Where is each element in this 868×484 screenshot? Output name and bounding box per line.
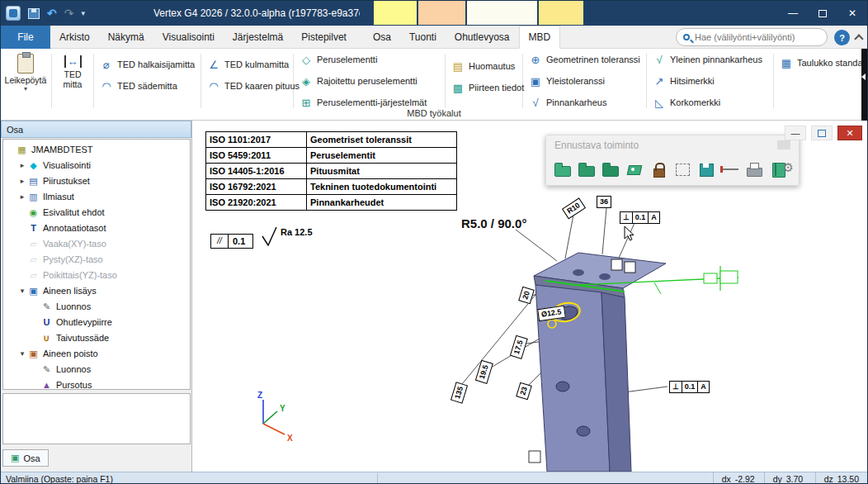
tree-item[interactable]: Luonnos [3,361,190,377]
part-browser-panel: Osa JMAMBDTEST ▸ Visualisointi [1,121,192,472]
bend-radius-icon [40,332,53,344]
ribbon-tab[interactable]: Järjestelmä [224,26,292,49]
ribbon-tab[interactable]: Arkisto [50,26,99,49]
qat-customize-caret-icon[interactable]: ▾ [81,9,85,17]
sketch-icon [40,301,53,312]
tree-item[interactable]: JMAMBDTEST [3,141,190,157]
title-bar: ↶ ↷ ▾ Vertex G4 2026 / 32.0.0-alpha (r19… [1,1,867,26]
ribbon-button[interactable]: √Yleinen pinnankarheus [649,50,766,69]
ribbon-button[interactable]: ⊕Geometrinen toleranssi [526,50,644,69]
tree-item[interactable]: Poikittais(YZ)-taso [3,267,190,282]
maximize-button[interactable] [808,1,837,26]
minimize-button[interactable]: — [778,1,808,26]
elevation-mark-icon: ◺ [653,97,666,109]
ribbon-overflow-arrow[interactable] [861,49,867,121]
plane-icon [27,238,40,249]
tree-item[interactable]: Pursotus [3,377,190,390]
tree-item[interactable]: Esivalitut ehdot [3,204,190,220]
geometric-tolerance-icon: ⊕ [529,54,542,66]
ribbon-tab[interactable]: Ohutlevyosa [446,26,519,49]
save-icon[interactable] [696,159,716,179]
tree-expand-arrow-icon[interactable]: ▸ [17,177,27,185]
tree-expand-arrow-icon[interactable]: ▾ [17,287,27,295]
lock-icon[interactable] [649,159,668,179]
settings-gear-icon[interactable]: ⚙ [783,161,794,174]
coordinate-cell: dy 3.70 [764,472,815,484]
appearances-icon [27,191,40,202]
child-minimize-button[interactable]: — [785,126,806,140]
print-icon[interactable] [744,159,764,179]
coordinate-triad: Z Y X [257,391,293,443]
tree-item[interactable]: ▾ Aineen lisäys [3,282,190,298]
dimension-36[interactable]: 36 [597,196,611,208]
tree-item[interactable]: Vaaka(XY)-taso [3,235,190,251]
ribbon-tab[interactable]: Näkymä [99,26,153,49]
fcf-perpendicularity-right[interactable]: ⊥ 0.1 A [669,381,710,393]
tree-item[interactable]: Pysty(XZ)-taso [3,251,190,267]
tree-item[interactable]: ▸ Ilmiasut [3,188,190,204]
ribbon-button[interactable]: ▤Huomautus [448,57,527,75]
fcf-perpendicularity-top[interactable]: ⊥ 0.1 A [620,211,660,224]
iso-standards-table: ISO 1101:2017 Geometriset toleranssit IS… [205,131,457,211]
tree-item[interactable]: Annotaatiotasot [3,220,190,235]
ribbon-tab[interactable]: Pistepilvet [292,26,356,49]
window-title: Vertex G4 2026 / 32.0.0-alpha (r197783-e… [153,1,360,26]
parallelism-icon: // [210,234,229,249]
import-folder-icon[interactable] [601,159,620,179]
tree-expand-arrow-icon[interactable]: ▸ [17,161,27,169]
child-restore-button[interactable] [811,126,833,140]
coordinate-cell: dz 13.50 [815,472,867,484]
ribbon-button[interactable]: ⌀TED halkaisijamitta [97,55,198,74]
open-folder-icon[interactable] [553,159,573,179]
ribbon-tab[interactable]: MBD [519,26,561,49]
tag-icon[interactable] [625,159,644,179]
save-icon[interactable] [28,8,40,19]
svg-text:Y: Y [280,404,285,413]
ribbon-tab[interactable]: Visualisointi [153,26,224,49]
iso-table-row: ISO 5459:2011 Peruselementit [206,148,457,164]
file-tab[interactable]: File [1,26,50,49]
tree-item[interactable]: ▸ Visualisointi [3,157,190,173]
ribbon-button[interactable]: ▦Taulukko standar [776,54,864,72]
collapse-ribbon-chevron-icon[interactable] [854,34,863,43]
search-box[interactable] [676,28,828,46]
clipboard-button[interactable]: Leikepöytä ▾ [2,52,49,93]
ribbon-button[interactable]: ◠TED kaaren pituus [204,77,303,95]
ribbon-group-tolerances: ⊕Geometrinen toleranssi▣Yleistoleranssi√… [526,50,644,115]
ribbon-button[interactable]: ▩Piirteen tiedot [448,78,527,97]
roughness-check-icon [262,226,278,246]
tree-expand-arrow-icon[interactable]: ▸ [17,192,27,201]
snapshot-icon[interactable] [672,159,692,179]
panel-bottom-tab-osa[interactable]: ▣ Osa [2,449,49,467]
measure-icon[interactable] [720,159,740,179]
ribbon-tab[interactable]: Tuonti [400,26,446,49]
tree-item[interactable]: ▾ Aineen poisto [3,345,190,361]
help-button[interactable]: ? [834,30,850,45]
child-close-button[interactable]: ✕ [837,126,862,140]
palette-grip[interactable] [777,140,790,149]
ribbon-button[interactable]: ◠TED sädemitta [97,77,198,95]
sketch-icon [40,363,53,375]
bend-radius-note[interactable]: R5.0 / 90.0° [461,216,526,230]
iso-table-row: ISO 21920:2021 Pinnankarheudet [206,195,457,211]
tree-item[interactable]: Taivutussäde [3,330,190,345]
ribbon-button[interactable]: ↗Hitsimerkki [649,72,766,90]
tree-item[interactable]: Luonnos [3,298,190,314]
tree-expand-arrow-icon[interactable]: ▾ [17,349,27,358]
close-button[interactable]: ✕ [837,1,867,26]
clipboard-caret-icon[interactable]: ▾ [2,85,49,93]
ribbon-button[interactable]: ◈Rajoitettu peruselementti [296,72,430,90]
ribbon-button[interactable]: ∠TED kulmamitta [204,55,303,74]
model-viewport[interactable]: Z Y X ISO 1101:2017 Geometriset tolerans… [192,121,868,472]
ribbon-button[interactable]: ▣Yleistoleranssi [526,72,644,90]
ted-dimension-button[interactable]: ↔ TED mitta [54,52,92,89]
app-icon[interactable] [6,6,21,21]
ribbon-tab[interactable]: Osa [364,26,400,49]
tree-item[interactable]: Ohutlevypiirre [3,314,190,330]
undo-icon[interactable]: ↶ [47,1,57,26]
open-recent-folder-icon[interactable] [577,159,597,179]
tree-item[interactable]: ▸ Piirustukset [3,173,190,188]
ribbon-button[interactable]: ◇Peruselementti [296,50,430,69]
search-input[interactable] [695,32,820,42]
surface-roughness-symbol: Ra 12.5 [262,226,313,246]
